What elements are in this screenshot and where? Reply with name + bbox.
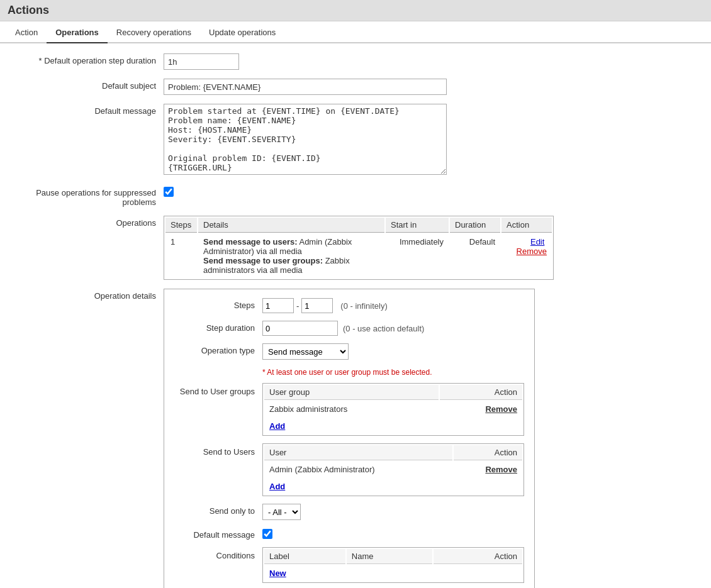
operation-details-box: Steps - (0 - infinitely) Step duration (… [164, 289, 535, 588]
row-startin: Immediately [386, 234, 449, 278]
col-duration-header: Duration [450, 218, 500, 233]
send-only-to-select[interactable]: - All - [262, 504, 301, 520]
tabs-bar: Action Operations Recovery operations Up… [0, 23, 711, 43]
ug-col-group: User group [264, 385, 439, 400]
operations-label: Operations [13, 216, 164, 228]
od-step-duration-input[interactable] [262, 321, 338, 336]
row-step: 1 [165, 234, 197, 278]
col-startin-header: Start in [386, 218, 449, 233]
default-message-textarea[interactable]: Problem started at {EVENT.TIME} on {EVEN… [164, 104, 447, 175]
od-default-message-label: Default message [174, 528, 262, 540]
cond-col-label: Label [264, 549, 345, 564]
user-add-row: Add [264, 479, 522, 494]
user-remove[interactable]: Remove [454, 462, 522, 477]
col-steps-header: Steps [165, 218, 197, 233]
user-name: Admin (Zabbix Administrator) [264, 462, 452, 477]
page-header: Actions [0, 0, 711, 21]
operation-type-select[interactable]: Send message Remote command [262, 343, 349, 360]
col-action-header: Action [501, 218, 552, 233]
steps-label: Steps [174, 298, 262, 310]
send-only-to-label: Send only to [174, 504, 262, 516]
remove-operation-link[interactable]: Remove [517, 247, 547, 256]
user-group-row: Zabbix administrators Remove [264, 401, 522, 417]
operation-type-label: Operation type [174, 343, 262, 355]
default-subject-input[interactable] [164, 79, 447, 95]
operation-details-label: Operation details [13, 289, 164, 301]
ug-add-row: Add [264, 418, 522, 434]
validation-message: * At least one user or user group must b… [262, 368, 432, 377]
conditions-table: Label Name Action New [262, 547, 524, 583]
row-actions: Edit Remove [501, 234, 552, 278]
send-to-groups-label: Send to User groups [174, 383, 262, 396]
users-col-action: Action [454, 445, 522, 460]
pause-ops-label: Pause operations for suppressed problems [13, 186, 164, 207]
steps-from-input[interactable] [262, 298, 294, 313]
step-duration-label: * Default operation step duration [13, 53, 164, 65]
add-user-group-link[interactable]: Add [269, 421, 285, 431]
steps-hint: (0 - infinitely) [340, 301, 387, 311]
user-row: Admin (Zabbix Administrator) Remove [264, 462, 522, 477]
ug-name: Zabbix administrators [264, 401, 439, 417]
od-default-message-checkbox[interactable] [262, 529, 272, 539]
cond-col-name: Name [347, 549, 433, 564]
row-details: Send message to users: Admin (Zabbix Adm… [198, 234, 384, 278]
steps-to-input[interactable] [301, 298, 333, 313]
tab-update[interactable]: Update operations [200, 23, 284, 43]
ug-col-action: Action [440, 385, 522, 400]
users-table: User Action Admin (Zabbix Administrator)… [262, 443, 524, 496]
pause-ops-checkbox[interactable] [164, 187, 174, 197]
row-duration: Default [450, 234, 500, 278]
send-to-users-label: Send to Users [174, 443, 262, 457]
users-col-user: User [264, 445, 452, 460]
col-details-header: Details [198, 218, 384, 233]
step-duration-input[interactable] [164, 53, 239, 70]
table-row: 1 Send message to users: Admin (Zabbix A… [165, 234, 552, 278]
default-message-label: Default message [13, 104, 164, 116]
edit-operation-link[interactable]: Edit [530, 237, 544, 247]
ug-remove[interactable]: Remove [440, 401, 522, 417]
operations-table: Steps Details Start in Duration Action 1… [164, 216, 554, 280]
tab-action[interactable]: Action [6, 23, 47, 43]
tab-recovery[interactable]: Recovery operations [108, 23, 200, 43]
cond-col-action: Action [434, 549, 522, 564]
user-groups-table: User group Action Zabbix administrators … [262, 383, 524, 436]
cond-new-row: New [264, 565, 522, 581]
od-step-duration-label: Step duration [174, 321, 262, 333]
default-subject-label: Default subject [13, 79, 164, 91]
tab-operations[interactable]: Operations [47, 23, 108, 43]
new-condition-link[interactable]: New [269, 569, 286, 578]
conditions-label: Conditions [174, 547, 262, 560]
od-step-duration-hint: (0 - use action default) [343, 324, 424, 333]
add-user-link[interactable]: Add [269, 482, 285, 491]
